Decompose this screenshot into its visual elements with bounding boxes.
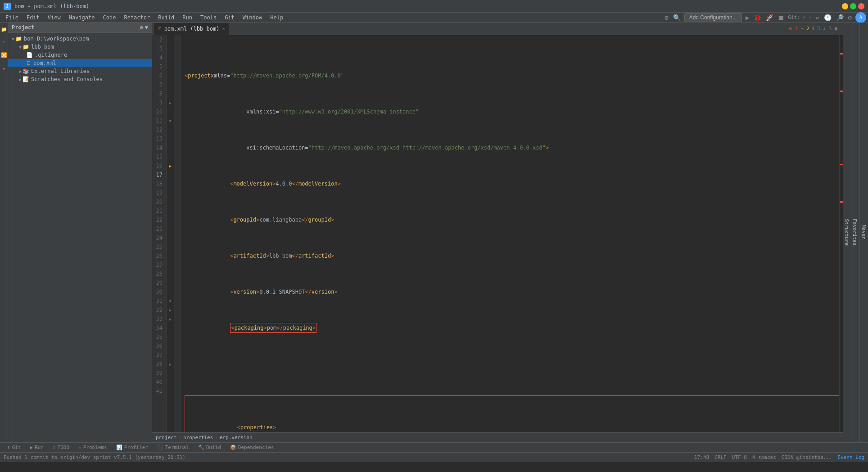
search-everywhere-button[interactable]: 🔎 <box>835 13 845 22</box>
project-panel: Project ⚙ ▼ ▼ 📁 bom D:\workspace\bom ▼ 📁… <box>8 23 152 442</box>
linenum-29: 29 <box>154 278 163 287</box>
charset-status[interactable]: UTF-8 <box>732 454 747 460</box>
fold-icon-9[interactable]: ▶ <box>169 100 172 105</box>
terminal-tab-icon: ⬛ <box>157 445 163 450</box>
tree-pom-xml[interactable]: 🗒 pom.xml <box>8 59 152 67</box>
menu-file[interactable]: File <box>2 14 22 22</box>
tab-todo[interactable]: ☑ TODO <box>49 444 73 451</box>
tree-lbb-bom[interactable]: ▼ 📁 lbb-bom <box>8 43 152 51</box>
linenum-19: 19 <box>154 188 163 197</box>
linenum-41: 41 <box>154 386 163 395</box>
favorites-panel-label[interactable]: Favorites <box>851 23 859 442</box>
linenum-5: 5 <box>154 62 163 71</box>
tree-arrow-lbb[interactable]: ▼ <box>19 45 22 50</box>
tree-arrow-ext[interactable]: ▶ <box>19 69 22 74</box>
problems-tab-icon: ⚠ <box>78 445 81 450</box>
maven-panel-label[interactable]: Maven <box>859 23 868 442</box>
event-log-status[interactable]: Event Log <box>837 454 864 460</box>
bottom-tabs-bar: ⬆ Git ▶ Run ☑ TODO ⚠ Problems 📊 Profiler… <box>0 442 868 452</box>
menu-code[interactable]: Code <box>99 14 120 22</box>
tab-xml-icon: m <box>158 26 162 32</box>
fold-icon-11[interactable]: ▼ <box>169 118 172 123</box>
pom-xml-label: pom.xml <box>33 60 56 66</box>
tree-root[interactable]: ▼ 📁 bom D:\workspace\bom <box>8 35 152 43</box>
linenum-18: 18 <box>154 179 163 188</box>
code-content[interactable]: <project xmlns="http://maven.apache.org/… <box>181 35 839 432</box>
close-button[interactable] <box>858 3 864 9</box>
avatar[interactable]: A <box>855 12 866 23</box>
editor-tab-pom[interactable]: m pom.xml (lbb-bom) ✕ <box>154 23 229 35</box>
panel-settings-icon[interactable]: ⚙ <box>140 24 143 31</box>
statusbar-right: 17:48 CRLF UTF-8 4 spaces CSDN @insistba… <box>694 454 864 460</box>
tree-gitignore[interactable]: 📄 .gitignore <box>8 51 152 59</box>
breadcrumb-properties[interactable]: properties <box>183 435 213 440</box>
menu-edit[interactable]: Edit <box>23 14 43 22</box>
project-tab[interactable]: 📁 <box>1 26 7 32</box>
settings-button[interactable]: ⚙ <box>847 13 853 22</box>
menu-refactor[interactable]: Refactor <box>120 14 154 22</box>
menu-help[interactable]: Help <box>267 14 287 22</box>
menu-window[interactable]: Window <box>239 14 266 22</box>
panel-collapse-icon[interactable]: ▼ <box>145 24 148 31</box>
minimize-button[interactable] <box>842 3 848 9</box>
linenum-40: 40 <box>154 377 163 386</box>
indent-status[interactable]: 4 spaces <box>752 454 776 460</box>
fold-icon-33[interactable]: ▶ <box>169 317 172 322</box>
linenum-14: 14 <box>154 143 163 152</box>
tab-git[interactable]: ⬆ Git <box>4 444 25 451</box>
git-pull-button[interactable]: ↩ <box>814 13 820 22</box>
linenum-4: 4 <box>154 53 163 62</box>
debug-button[interactable]: 🐞 <box>753 13 762 22</box>
commit-tab[interactable]: ⬆ <box>2 39 5 45</box>
tab-dependencies[interactable]: 📦 Dependencies <box>226 444 277 451</box>
git-icon[interactable]: ⚙ <box>664 13 669 22</box>
breadcrumb-erp-version[interactable]: erp.version <box>220 435 253 440</box>
fold-icon-31[interactable]: ▼ <box>169 299 172 304</box>
menu-build[interactable]: Build <box>154 14 178 22</box>
menu-run[interactable]: Run <box>179 14 196 22</box>
scratches-icon: 📝 <box>23 76 29 82</box>
code-line-10 <box>185 359 839 368</box>
line-col-status[interactable]: 17:48 <box>694 454 709 460</box>
search-icon[interactable]: 🔍 <box>672 13 682 22</box>
linenum-22: 22 <box>154 215 163 224</box>
run-button[interactable]: ▶ <box>745 13 750 22</box>
git-push-button[interactable]: 🕐 <box>823 13 832 22</box>
breadcrumb-project[interactable]: project <box>156 435 176 440</box>
encoding-status[interactable]: CRLF <box>714 454 727 460</box>
gitignore-label: .gitignore <box>35 52 67 58</box>
todo-tab-icon: ☑ <box>53 445 56 450</box>
expand-icon[interactable]: ≡ <box>834 26 837 32</box>
tab-profiler[interactable]: 📊 Profiler <box>113 444 152 451</box>
tab-build[interactable]: 🔨 Build <box>194 444 225 451</box>
properties-block: <properties> <member.version>1.1.2-SNAPS… <box>185 395 839 432</box>
tree-arrow-root[interactable]: ▼ <box>12 36 14 41</box>
tab-terminal[interactable]: ⬛ Terminal <box>154 444 193 451</box>
menu-view[interactable]: View <box>44 14 64 22</box>
structure-panel-label[interactable]: Structure <box>843 23 851 442</box>
error-gutter <box>839 35 843 432</box>
fold-icon-32[interactable]: ▶ <box>169 308 172 313</box>
tree-arrow-scratch[interactable]: ▶ <box>19 77 22 82</box>
menu-git[interactable]: Git <box>221 14 238 22</box>
run-coverage-button[interactable]: 🚀 <box>765 13 774 22</box>
tab-run[interactable]: ▶ Run <box>27 444 48 451</box>
fold-icon-38[interactable]: ▶ <box>169 362 172 367</box>
stop-button[interactable]: ⏹ <box>777 13 785 22</box>
menu-tools[interactable]: Tools <box>197 14 220 22</box>
add-configuration-button[interactable]: Add Configuration... <box>684 13 742 22</box>
tab-problems[interactable]: ⚠ Problems <box>75 444 111 451</box>
linenum-25: 25 <box>154 242 163 251</box>
tree-scratches[interactable]: ▶ 📝 Scratches and Consoles <box>8 75 152 83</box>
git-tab[interactable]: 🔀 <box>1 52 7 58</box>
titlebar-left: J bom - pom.xml (lbb-bom) <box>4 3 89 10</box>
tab-close-button[interactable]: ✕ <box>222 26 225 31</box>
linenum-33: 33 <box>154 314 163 323</box>
bookmarks-tab[interactable]: ★ <box>2 65 5 71</box>
error-marker-4 <box>840 201 843 203</box>
linenum-35: 35 <box>154 332 163 341</box>
tree-external-libs[interactable]: ▶ 📚 External Libraries <box>8 67 152 75</box>
maximize-button[interactable] <box>850 3 856 9</box>
root-folder-icon: 📁 <box>15 36 22 42</box>
menu-navigate[interactable]: Navigate <box>65 14 99 22</box>
